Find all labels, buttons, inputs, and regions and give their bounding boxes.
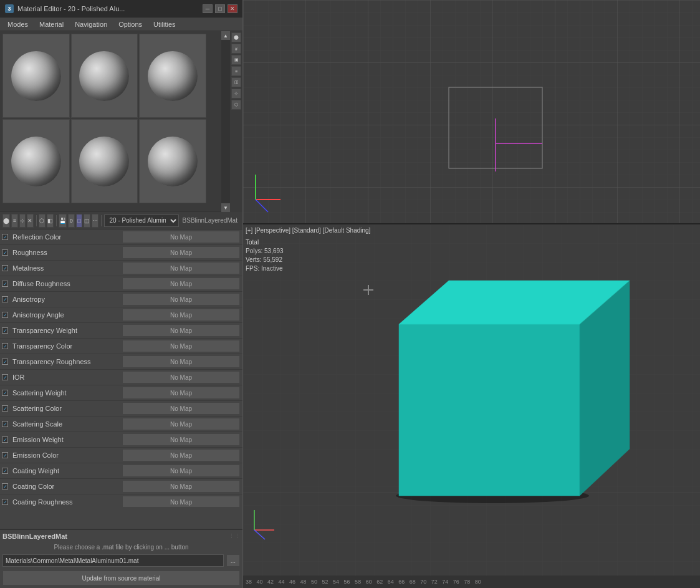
prop-row-6: ✓Transparency WeightNo Map — [0, 323, 242, 339]
preview-icon-2[interactable]: # — [231, 44, 241, 54]
prop-checkbox-15[interactable]: ✓ — [2, 468, 8, 474]
preview-icon-5[interactable]: ◫ — [231, 77, 241, 87]
prop-checkbox-3[interactable]: ✓ — [2, 281, 8, 287]
scroll-up-arrow[interactable]: ▲ — [221, 31, 230, 40]
bs-path-input[interactable] — [2, 554, 224, 567]
prop-value-16[interactable]: No Map — [122, 480, 240, 493]
prop-checkbox-2[interactable]: ✓ — [2, 265, 8, 271]
prop-row-10: ✓Scattering WeightNo Map — [0, 385, 242, 401]
material-dropdown[interactable]: 20 - Polished Aluminum — [104, 214, 179, 227]
preview-cell-5[interactable] — [71, 119, 138, 203]
toolbar-btn-1[interactable]: ⬤ — [2, 214, 10, 228]
prop-value-2[interactable]: No Map — [122, 262, 240, 274]
prop-value-7[interactable]: No Map — [122, 340, 240, 352]
prop-check-12: ✓ — [0, 421, 10, 427]
wireframe-grid-svg — [243, 0, 700, 223]
prop-checkbox-4[interactable]: ✓ — [2, 296, 8, 302]
prop-checkbox-9[interactable]: ✓ — [2, 374, 8, 380]
prop-value-15[interactable]: No Map — [122, 465, 240, 477]
viewport-stats: Total Polys: 53,693 Verts: 55,592 FPS: I… — [246, 238, 284, 273]
prop-value-1[interactable]: No Map — [122, 246, 240, 259]
menu-material[interactable]: Material — [34, 19, 69, 29]
menu-navigation[interactable]: Navigation — [70, 19, 112, 29]
toolbar-btn-3[interactable]: ⊹ — [19, 214, 26, 228]
toolbar-btn-7[interactable]: 0 — [68, 214, 75, 228]
menu-bar: Modes Material Navigation Options Utilit… — [0, 17, 242, 31]
scroll-down-arrow[interactable]: ▼ — [221, 203, 230, 212]
prop-checkbox-12[interactable]: ✓ — [2, 421, 8, 427]
bs-update-button[interactable]: Update from source material — [2, 571, 240, 586]
prop-value-6[interactable]: No Map — [122, 324, 240, 337]
prop-value-8[interactable]: No Map — [122, 355, 240, 368]
prop-checkbox-0[interactable]: ✓ — [2, 234, 8, 240]
preview-icon-6[interactable]: ⊹ — [231, 89, 241, 99]
verts-value: 55,592 — [263, 256, 282, 263]
prop-check-14: ✓ — [0, 452, 10, 458]
prop-row-2: ✓MetalnessNo Map — [0, 261, 242, 276]
polys-value: 53,693 — [264, 248, 284, 254]
main-grid-svg — [243, 224, 700, 576]
toolbar-btn-save[interactable]: 💾 — [59, 214, 67, 228]
toolbar-btn-6[interactable]: ◧ — [47, 214, 54, 228]
prop-value-3[interactable]: No Map — [122, 277, 240, 290]
prop-name-5: Anisotropy Angle — [10, 311, 122, 319]
preview-cell-1[interactable] — [2, 34, 70, 118]
prop-checkbox-11[interactable]: ✓ — [2, 405, 8, 412]
preview-cell-3[interactable] — [139, 34, 206, 118]
minimize-button[interactable]: ─ — [203, 4, 213, 13]
prop-checkbox-10[interactable]: ✓ — [2, 390, 8, 396]
toolbar-btn-2[interactable]: ≡ — [11, 214, 18, 228]
menu-modes[interactable]: Modes — [2, 19, 33, 29]
preview-icon-3[interactable]: ▣ — [231, 55, 241, 65]
stats-fps: FPS: Inactive — [246, 264, 284, 273]
prop-value-13[interactable]: No Map — [122, 433, 240, 446]
preview-icon-4[interactable]: ≡ — [231, 66, 241, 76]
preview-cell-6[interactable] — [139, 119, 206, 203]
prop-value-4[interactable]: No Map — [122, 293, 240, 306]
prop-checkbox-8[interactable]: ✓ — [2, 359, 8, 365]
prop-checkbox-16[interactable]: ✓ — [2, 483, 8, 489]
preview-cell-4[interactable] — [2, 119, 70, 203]
top-wireframe-viewport — [243, 0, 700, 224]
prop-checkbox-7[interactable]: ✓ — [2, 343, 8, 349]
prop-checkbox-17[interactable]: ✓ — [2, 499, 8, 505]
toolbar-btn-10[interactable]: ⋯ — [92, 214, 98, 228]
preview-cell-2[interactable] — [71, 34, 138, 118]
prop-name-0: Reflection Color — [10, 233, 122, 241]
preview-icon-1[interactable]: ⬤ — [231, 32, 241, 42]
ruler-tick: 38 40 42 44 46 48 50 52 54 56 58 60 62 6… — [246, 579, 481, 585]
toolbar-btn-4[interactable]: ✕ — [27, 214, 34, 228]
title-controls: ─ □ ✕ — [203, 4, 237, 13]
menu-options[interactable]: Options — [113, 19, 147, 29]
prop-name-17: Coating Roughness — [10, 498, 122, 506]
prop-checkbox-14[interactable]: ✓ — [2, 452, 8, 458]
prop-checkbox-6[interactable]: ✓ — [2, 327, 8, 334]
prop-checkbox-13[interactable]: ✓ — [2, 436, 8, 443]
close-button[interactable]: ✕ — [228, 4, 237, 13]
bs-browse-button[interactable]: ... — [226, 554, 240, 567]
crosshair — [363, 285, 373, 295]
prop-name-7: Transparency Color — [10, 342, 122, 350]
prop-check-13: ✓ — [0, 436, 10, 443]
restore-button[interactable]: □ — [215, 4, 225, 13]
prop-checkbox-1[interactable]: ✓ — [2, 249, 8, 256]
title-bar-left: 3 Material Editor - 20 - Polished Alu... — [5, 4, 125, 13]
bs-path-row: ... — [2, 554, 240, 567]
prop-value-11[interactable]: No Map — [122, 402, 240, 415]
prop-value-17[interactable]: No Map — [122, 496, 240, 507]
menu-utilities[interactable]: Utilities — [148, 19, 180, 29]
toolbar-btn-9[interactable]: ◫ — [84, 214, 90, 228]
prop-value-5[interactable]: No Map — [122, 309, 240, 321]
preview-icon-7[interactable]: ⬡ — [231, 100, 241, 110]
fps-value: Inactive — [261, 265, 282, 272]
prop-checkbox-5[interactable]: ✓ — [2, 312, 8, 318]
prop-value-14[interactable]: No Map — [122, 449, 240, 461]
prop-name-11: Scattering Color — [10, 405, 122, 412]
prop-value-10[interactable]: No Map — [122, 387, 240, 399]
prop-value-12[interactable]: No Map — [122, 418, 240, 430]
scroll-track — [221, 40, 230, 203]
toolbar-btn-8[interactable]: □ — [76, 214, 83, 228]
prop-value-9[interactable]: No Map — [122, 371, 240, 383]
prop-value-0[interactable]: No Map — [122, 231, 240, 243]
toolbar-btn-5[interactable]: ⬡ — [39, 214, 46, 228]
